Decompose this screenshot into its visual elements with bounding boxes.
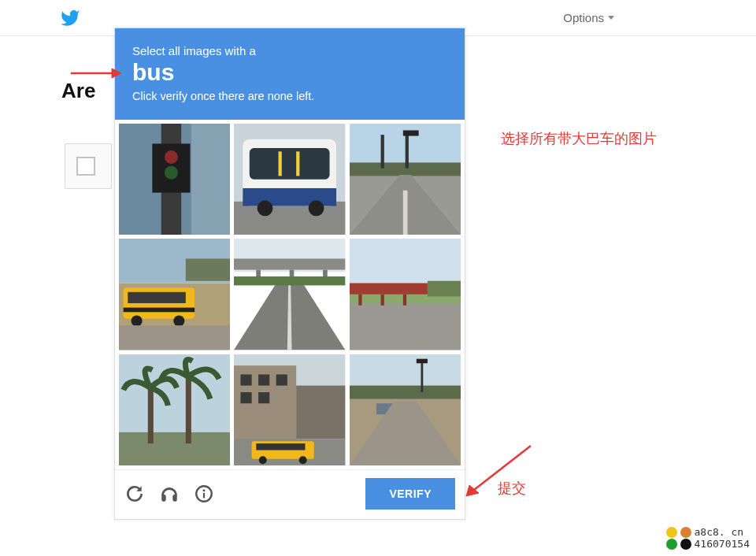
recaptcha-challenge: Select all images with a bus Click verif… <box>114 28 465 520</box>
svg-rect-51 <box>148 387 154 443</box>
image-tile-1[interactable] <box>119 124 230 235</box>
watermark-icon <box>680 539 691 550</box>
svg-rect-69 <box>421 361 423 392</box>
svg-point-13 <box>309 201 324 217</box>
svg-point-5 <box>165 166 178 180</box>
svg-rect-28 <box>128 292 185 303</box>
svg-rect-23 <box>402 191 407 235</box>
watermark-text-2: 416070154 <box>695 538 750 550</box>
svg-rect-21 <box>402 130 418 135</box>
reload-icon[interactable] <box>124 484 145 504</box>
svg-rect-45 <box>358 295 361 306</box>
svg-rect-8 <box>234 202 345 235</box>
svg-rect-20 <box>405 132 408 168</box>
svg-rect-70 <box>416 358 427 363</box>
svg-rect-59 <box>258 392 269 403</box>
recaptcha-footer: VERIFY <box>115 469 465 519</box>
svg-rect-26 <box>186 259 231 281</box>
svg-rect-15 <box>296 151 299 176</box>
svg-rect-56 <box>258 374 269 385</box>
svg-point-12 <box>258 201 273 217</box>
svg-rect-29 <box>124 308 195 313</box>
verify-button[interactable]: VERIFY <box>365 478 455 510</box>
svg-rect-47 <box>402 295 406 306</box>
watermark-icon <box>666 539 677 550</box>
image-tile-5[interactable] <box>234 239 345 350</box>
svg-rect-34 <box>234 259 345 270</box>
svg-rect-14 <box>279 151 282 176</box>
svg-rect-52 <box>186 376 191 443</box>
svg-point-65 <box>299 456 307 464</box>
chevron-down-icon <box>608 16 614 20</box>
image-tile-6[interactable] <box>350 239 461 350</box>
watermark-icon <box>680 527 691 538</box>
svg-point-31 <box>173 316 184 327</box>
svg-rect-74 <box>161 495 165 502</box>
annotation-arrow-target <box>68 61 123 85</box>
svg-rect-50 <box>119 432 230 465</box>
image-tile-4[interactable] <box>119 239 230 350</box>
options-dropdown[interactable]: Options <box>563 11 614 24</box>
svg-rect-46 <box>380 295 384 306</box>
watermark: a8c8. cn 416070154 <box>666 526 750 550</box>
svg-rect-55 <box>241 374 252 385</box>
svg-point-30 <box>132 316 143 327</box>
instruction-line-1: Select all images with a <box>132 44 449 57</box>
svg-rect-57 <box>276 374 287 385</box>
svg-rect-43 <box>350 303 461 350</box>
svg-rect-63 <box>257 443 306 450</box>
instruction-line-2: Click verify once there are none left. <box>132 90 449 102</box>
image-tile-3[interactable] <box>350 124 461 235</box>
svg-rect-11 <box>250 148 330 180</box>
svg-rect-19 <box>380 135 384 168</box>
annotation-submit-hint: 提交 <box>498 479 526 498</box>
svg-rect-40 <box>234 276 345 285</box>
svg-rect-32 <box>119 326 230 350</box>
target-word: bus <box>132 59 449 85</box>
recaptcha-checkbox-card[interactable] <box>65 143 112 189</box>
watermark-text-1: a8c8. cn <box>695 526 744 538</box>
svg-rect-75 <box>172 495 176 502</box>
recaptcha-header: Select all images with a bus Click verif… <box>115 28 465 120</box>
info-icon[interactable] <box>194 484 214 504</box>
svg-rect-60 <box>296 385 345 439</box>
recaptcha-checkbox[interactable] <box>76 157 95 176</box>
svg-rect-6 <box>191 124 230 235</box>
image-tile-8[interactable] <box>234 354 345 465</box>
image-tile-2[interactable] <box>234 124 345 235</box>
twitter-logo-icon <box>60 8 80 32</box>
svg-point-4 <box>165 150 178 164</box>
svg-point-77 <box>202 489 205 491</box>
annotation-select-hint: 选择所有带大巴车的图片 <box>501 129 657 148</box>
audio-icon[interactable] <box>159 484 180 504</box>
svg-rect-48 <box>428 281 461 297</box>
svg-rect-44 <box>350 284 428 295</box>
svg-rect-68 <box>350 385 461 398</box>
svg-rect-78 <box>203 493 205 499</box>
options-label: Options <box>563 11 604 24</box>
svg-rect-58 <box>241 392 252 403</box>
image-tile-7[interactable] <box>119 354 230 465</box>
watermark-icon <box>666 527 677 538</box>
image-tile-9[interactable] <box>350 354 461 465</box>
svg-marker-80 <box>112 69 121 78</box>
svg-point-64 <box>259 456 267 464</box>
image-grid <box>115 120 465 469</box>
